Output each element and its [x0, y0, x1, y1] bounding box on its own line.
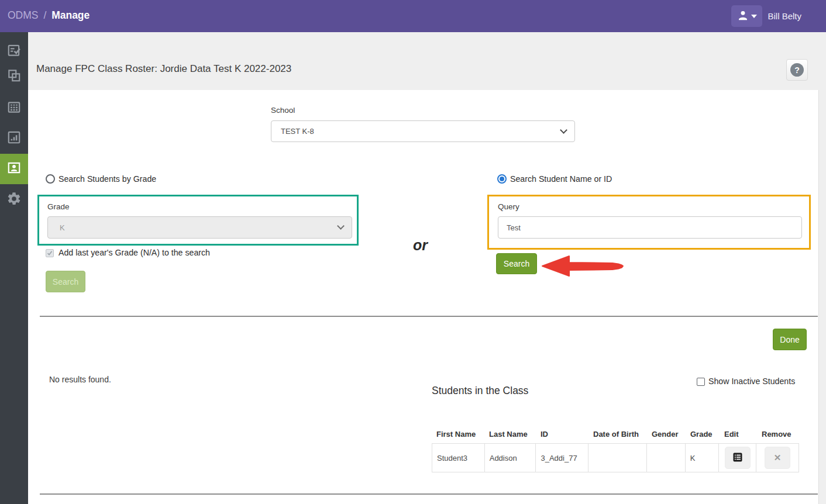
- checklist-edit-icon: [6, 43, 22, 60]
- breadcrumb: ODMS / Manage: [8, 9, 90, 22]
- sidebar-item-copy[interactable]: [0, 62, 28, 91]
- radio-search-by-name-or-id[interactable]: [497, 174, 507, 184]
- query-label: Query: [498, 202, 519, 211]
- show-inactive-students-label: Show Inactive Students: [708, 377, 795, 386]
- school-select-value: TEST K-8: [281, 127, 314, 136]
- user-menu-button[interactable]: [731, 5, 762, 27]
- query-input[interactable]: [498, 216, 802, 239]
- column-header: Gender: [647, 430, 686, 439]
- sidebar-item-reports[interactable]: [0, 124, 28, 153]
- breadcrumb-app-link[interactable]: ODMS: [8, 9, 39, 21]
- grade-panel-highlight: Grade K: [37, 195, 359, 246]
- cell-last-name: Addison: [485, 444, 536, 472]
- cell-id: 3_Addi_77: [536, 444, 588, 472]
- search-by-grade-button: Search: [46, 271, 85, 292]
- chevron-down-icon: [560, 126, 567, 134]
- breadcrumb-current-page: Manage: [51, 9, 90, 21]
- done-button[interactable]: Done: [773, 329, 807, 350]
- grade-label: Grade: [47, 202, 70, 211]
- column-header: Edit: [720, 430, 757, 439]
- table-row: Student3 Addison 3_Addi_77 K ✕: [432, 443, 799, 472]
- radio-search-by-grade[interactable]: [46, 174, 55, 184]
- roster-table-header: First Name Last Name ID Date of Birth Ge…: [432, 424, 799, 443]
- user-icon: [737, 9, 749, 23]
- cell-remove: ✕: [756, 444, 799, 472]
- chevron-down-icon: [337, 222, 345, 230]
- cell-first-name: Student3: [432, 444, 485, 472]
- column-header: First Name: [432, 430, 484, 439]
- grade-select: K: [47, 216, 352, 239]
- student-roster-icon: [6, 160, 22, 178]
- caret-down-icon: [751, 15, 757, 18]
- edit-list-icon: [732, 452, 743, 464]
- search-by-name-button[interactable]: Search: [496, 253, 537, 274]
- check-icon: [47, 250, 53, 256]
- column-header: Remove: [757, 430, 799, 439]
- grade-select-value: K: [57, 223, 65, 232]
- radio-search-by-grade-label: Search Students by Grade: [58, 174, 156, 184]
- school-select[interactable]: TEST K-8: [271, 120, 575, 142]
- cell-edit: [719, 444, 756, 472]
- cell-grade: K: [686, 444, 720, 472]
- school-label: School: [271, 106, 295, 115]
- no-results-text: No results found.: [49, 375, 111, 384]
- sidebar-nav: [0, 32, 28, 504]
- remove-student-button[interactable]: ✕: [765, 447, 790, 469]
- edit-student-button[interactable]: [725, 447, 751, 469]
- calendar-icon: [6, 99, 22, 117]
- add-last-year-grade-label: Add last year's Grade (N/A) to the searc…: [58, 248, 210, 257]
- column-header: ID: [536, 430, 588, 439]
- user-name: Bill Belty: [768, 0, 801, 32]
- radio-search-by-name-or-id-label: Search Student Name or ID: [510, 174, 612, 184]
- page-title: Manage FPC Class Roster: Jordie Data Tes…: [36, 63, 291, 75]
- help-button[interactable]: ?: [786, 59, 808, 81]
- content-right-margin: [818, 90, 826, 504]
- copy-pages-icon: [6, 68, 22, 85]
- sidebar-item-class-roster[interactable]: [0, 154, 28, 184]
- query-panel-highlight: Query: [487, 195, 811, 250]
- column-header: Grade: [686, 430, 720, 439]
- breadcrumb-separator: /: [43, 9, 46, 21]
- section-divider-top: [40, 316, 818, 317]
- settings-gear-icon: [6, 191, 22, 209]
- add-last-year-grade-checkbox: [46, 249, 54, 257]
- cell-gender: [647, 444, 686, 472]
- bar-chart-icon: [6, 130, 22, 147]
- column-header: Last Name: [484, 430, 536, 439]
- question-mark-icon: ?: [790, 63, 804, 77]
- page-title-bar: Manage FPC Class Roster: Jordie Data Tes…: [28, 32, 826, 90]
- section-divider-bottom: [40, 493, 818, 495]
- students-in-class-heading: Students in the Class: [432, 385, 528, 397]
- column-header: Date of Birth: [588, 430, 647, 439]
- show-inactive-students-checkbox[interactable]: [697, 378, 705, 386]
- remove-x-icon: ✕: [774, 453, 782, 463]
- top-nav-bar: ODMS / Manage Bill Belty: [0, 0, 826, 32]
- arrow-left-icon: [541, 255, 624, 277]
- or-separator-text: or: [413, 237, 428, 254]
- red-arrow-annotation: [541, 255, 624, 279]
- cell-date-of-birth: [588, 444, 647, 472]
- sidebar-item-settings[interactable]: [0, 185, 28, 215]
- sidebar-item-calendar[interactable]: [0, 94, 28, 123]
